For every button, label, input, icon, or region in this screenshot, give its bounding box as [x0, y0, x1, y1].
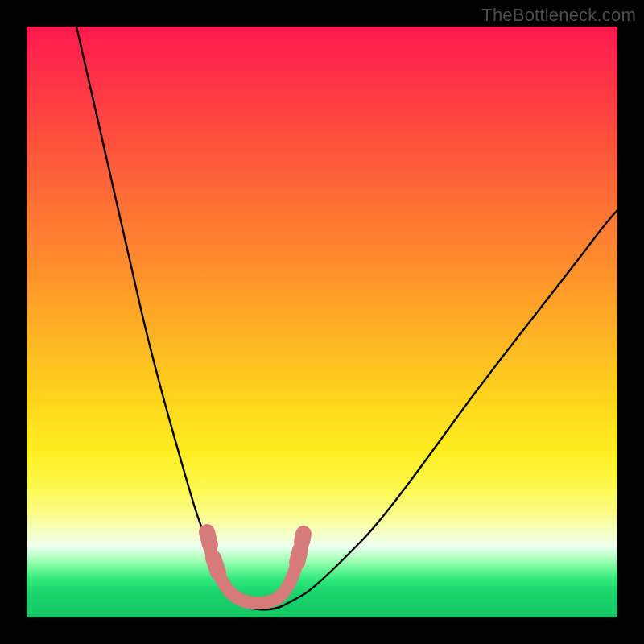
svg-line-0: [207, 532, 210, 545]
svg-line-2: [297, 550, 300, 563]
chart-plot-area: [27, 27, 617, 617]
svg-line-1: [213, 558, 218, 572]
chart-overlay-svg: [27, 27, 617, 617]
chart-frame: TheBottleneck.com: [0, 0, 644, 644]
watermark-text: TheBottleneck.com: [481, 5, 636, 26]
bottleneck-curve: [76, 27, 617, 609]
svg-line-3: [302, 534, 303, 542]
valley-marker-beads: [207, 532, 303, 572]
